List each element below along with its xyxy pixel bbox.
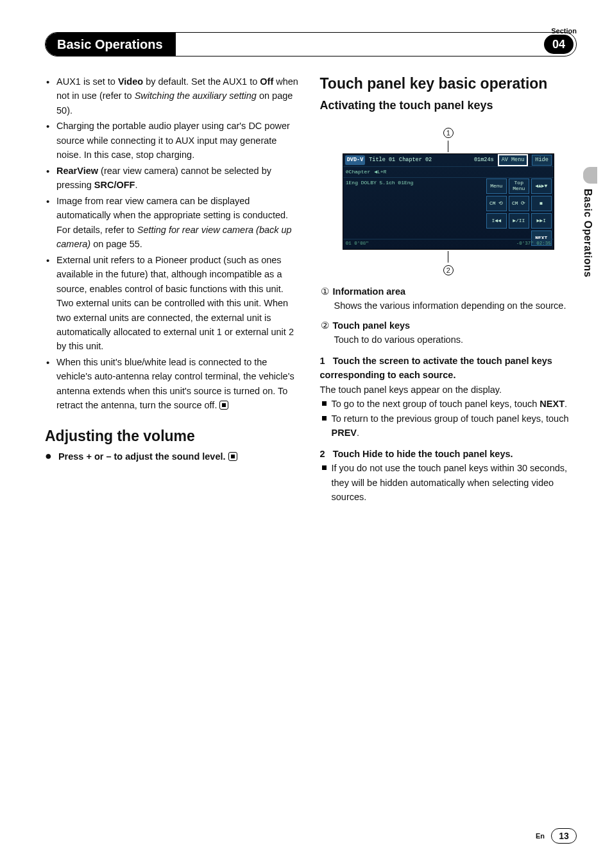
volume-step: ● Press + or – to adjust the sound level… xyxy=(45,449,302,464)
page-footer: En 13 xyxy=(536,828,577,844)
top-menu-button[interactable]: Top Menu xyxy=(509,178,529,194)
side-tab-label: Basic Operations xyxy=(582,189,593,277)
prev-track-button[interactable]: I◀◀ xyxy=(486,213,507,229)
bullet-aux1: AUX1 is set to Video by default. Set the… xyxy=(45,74,302,117)
title-label: Title 01 xyxy=(369,156,395,164)
side-tab: Basic Operations xyxy=(582,167,596,277)
chapter-label: Chapter 02 xyxy=(399,156,432,164)
bullet-rearview-auto: Image from rear view camera can be displ… xyxy=(45,194,302,252)
bottom-right-time: -0'37" 02:35 xyxy=(516,240,551,248)
av-menu-button[interactable]: AV Menu xyxy=(498,154,529,166)
footer-language: En xyxy=(536,832,545,840)
touch-panel-heading: Touch panel key basic operation xyxy=(320,74,577,93)
bullet-antenna: When this unit's blue/white lead is conn… xyxy=(45,355,302,413)
source-badge: DVD-V xyxy=(345,155,366,165)
step-2-sub: If you do not use the touch panel keys w… xyxy=(320,461,577,504)
callout-2: 2 xyxy=(443,265,454,275)
right-column: Touch panel key basic operation Activati… xyxy=(320,74,577,504)
play-pause-button[interactable]: ▶/II xyxy=(509,213,529,229)
screen-top-bar: DVD-V Title 01 Chapter 02 01m24s AV Menu… xyxy=(343,154,554,167)
step-2-heading: 2 Touch Hide to hide the touch panel key… xyxy=(320,447,577,461)
stop-icon xyxy=(219,401,228,410)
bullet-charging-noise: Charging the portable audio player using… xyxy=(45,119,302,162)
step-1-heading: 1 Touch the screen to activate the touch… xyxy=(320,354,577,383)
adjusting-volume-heading: Adjusting the volume xyxy=(45,427,302,446)
def-touch-panel-keys: ② Touch panel keys Touch to do various o… xyxy=(320,318,577,347)
stop-button[interactable]: ■ xyxy=(531,196,552,211)
hide-button[interactable]: Hide xyxy=(532,155,551,166)
left-column: AUX1 is set to Video by default. Set the… xyxy=(45,74,302,504)
step-1-sub-next: To go to the next group of touch panel k… xyxy=(320,397,577,411)
next-track-button[interactable]: ▶▶I xyxy=(531,213,552,229)
activating-subheading: Activating the touch panel keys xyxy=(320,97,577,115)
cm-forward-button[interactable]: CM ⟳ xyxy=(509,196,529,211)
section-number-badge: 04 xyxy=(544,35,574,54)
device-screen: DVD-V Title 01 Chapter 02 01m24s AV Menu… xyxy=(343,153,554,250)
touch-panel-key-grid: Menu Top Menu ◀▲▶▼ CM ⟲ CM ⟳ ■ I◀◀ ▶/II … xyxy=(486,178,552,246)
page-title: Basic Operations xyxy=(46,33,176,56)
screen-bottom-bar: 01 0'08" -0'37" 02:35 xyxy=(343,239,554,249)
arrow-pad-button[interactable]: ◀▲▶▼ xyxy=(531,178,552,194)
bullet-external-unit: External unit refers to a Pioneer produc… xyxy=(45,253,302,354)
def-information-area: ① Information area Shows the various inf… xyxy=(320,284,577,313)
screen-sub-bar: ⊘Chapter ◀L+R xyxy=(343,167,554,178)
stop-icon xyxy=(228,452,237,461)
callout-1: 1 xyxy=(443,128,454,138)
cm-back-button[interactable]: CM ⟲ xyxy=(486,196,507,211)
side-tab-nub xyxy=(583,167,597,184)
header-bar: Basic Operations 04 xyxy=(45,32,577,56)
bottom-left-time: 01 0'08" xyxy=(346,240,369,248)
step-1-sub-prev: To return to the previous group of touch… xyxy=(320,412,577,440)
menu-button[interactable]: Menu xyxy=(486,178,507,194)
elapsed-time: 01m24s xyxy=(474,156,494,164)
step-1-body: The touch panel keys appear on the displ… xyxy=(320,383,577,397)
bullet-rearview: RearView (rear view camera) cannot be se… xyxy=(45,164,302,193)
device-figure: 1 DVD-V Title 01 Chapter 02 01m24s AV Me… xyxy=(343,126,554,277)
footer-page-number: 13 xyxy=(551,828,577,844)
bullet-dot-icon: ● xyxy=(45,449,52,463)
